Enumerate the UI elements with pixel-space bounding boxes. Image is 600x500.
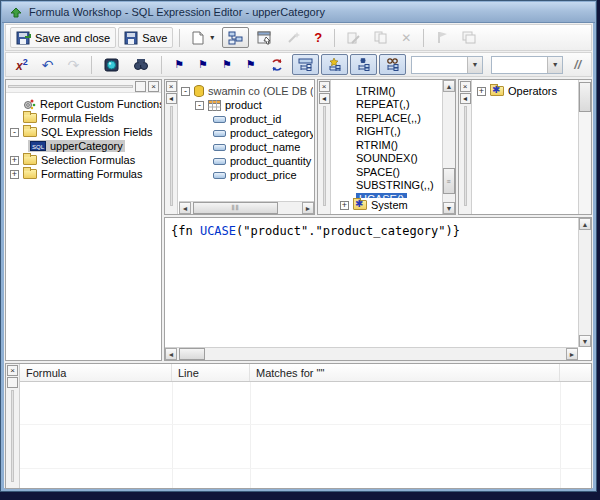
tree-item-sql-expression-fields[interactable]: - SQL Expression Fields	[10, 125, 161, 139]
bookmark-next-button[interactable]: ⚑	[192, 54, 214, 75]
expand-expander[interactable]: +	[10, 170, 19, 179]
undo-button[interactable]: ↶	[36, 54, 60, 75]
help-button[interactable]: ?	[308, 27, 328, 48]
close-icon[interactable]: ×	[7, 365, 18, 376]
close-icon[interactable]: ×	[148, 81, 159, 92]
save-and-close-button[interactable]: Save and close	[10, 27, 116, 48]
redo-button[interactable]: ↷	[61, 54, 85, 75]
editor-vscrollbar[interactable]: ▲ ▼	[578, 218, 591, 347]
collapse-expander[interactable]: -	[10, 128, 19, 137]
find-button[interactable]	[127, 54, 155, 75]
browse-data-button[interactable]	[98, 54, 125, 75]
collapse-left-icon[interactable]: ◂	[166, 93, 177, 104]
tree-item-report-custom-functions[interactable]: Report Custom Functions	[10, 97, 161, 111]
toggle-workshop-tree-button[interactable]	[379, 54, 406, 75]
scroll-thumb[interactable]: ≡	[443, 168, 455, 194]
duplicate-button[interactable]	[368, 27, 393, 48]
properties-button[interactable]	[251, 27, 278, 48]
expand-expander[interactable]: +	[340, 201, 349, 210]
rename-button[interactable]	[341, 27, 366, 48]
tree-item-field[interactable]: product_price	[181, 168, 313, 182]
field-combo[interactable]: ▼	[411, 56, 483, 74]
splitter-track[interactable]	[8, 85, 133, 88]
toggle-operators-tree-button[interactable]	[350, 54, 377, 75]
wand-button[interactable]	[280, 27, 306, 48]
collapse-button[interactable]	[135, 81, 146, 92]
title-bar[interactable]: Formula Workshop - SQL Expression Editor…	[2, 2, 595, 23]
column-header-matches[interactable]: Matches for ""	[250, 364, 560, 381]
scroll-left-icon[interactable]: ◄	[179, 202, 191, 214]
check-formula-button[interactable]: x2	[10, 54, 34, 75]
column-header-formula[interactable]: Formula	[20, 364, 172, 381]
collapse-expander[interactable]: -	[195, 101, 204, 110]
formula-editor[interactable]: {fn UCASE("product"."product_category")}…	[164, 217, 592, 361]
chevron-down-icon[interactable]: ▼	[547, 57, 562, 73]
splitter-handle[interactable]	[464, 106, 467, 206]
tree-item-table-product[interactable]: - product	[181, 98, 313, 112]
expand-expander[interactable]: +	[10, 156, 19, 165]
tree-item-formatting-formulas[interactable]: + Formatting Formulas	[10, 167, 161, 181]
scroll-left-icon[interactable]: ◄	[165, 348, 177, 360]
close-icon[interactable]: ×	[319, 81, 330, 92]
delete-button[interactable]: ✕	[395, 27, 417, 48]
expand-expander[interactable]: +	[477, 87, 486, 96]
function-item[interactable]: LTRIM()	[356, 84, 441, 98]
editor-hscrollbar[interactable]: ◄ ►	[165, 347, 578, 360]
function-item[interactable]: SPACE()	[356, 165, 441, 179]
tree-item-uppercategory[interactable]: SQL upperCategory	[10, 139, 161, 153]
save-button[interactable]: Save	[118, 27, 173, 48]
chevron-down-icon[interactable]: ▼	[467, 57, 482, 73]
collapse-expander[interactable]: -	[181, 87, 190, 96]
close-icon[interactable]: ×	[460, 81, 471, 92]
scroll-down-icon[interactable]: ▼	[443, 202, 455, 214]
function-combo[interactable]: ▼	[491, 56, 563, 74]
tree-item-field[interactable]: product_category	[181, 126, 313, 140]
scroll-up-icon[interactable]: ▲	[579, 218, 591, 230]
toggle-expert-button[interactable]	[222, 27, 249, 48]
operators-vscrollbar[interactable]	[578, 80, 591, 214]
scroll-up-icon[interactable]: ▲	[443, 80, 455, 92]
function-item[interactable]: SUBSTRING(,,)	[356, 179, 441, 193]
function-item[interactable]: REPLACE(,,)	[356, 111, 441, 125]
tree-item-field[interactable]: product_quantity	[181, 154, 313, 168]
new-dropdown-icon[interactable]: ▾	[210, 33, 214, 42]
sort-trees-button[interactable]	[264, 54, 290, 75]
tree-item-field[interactable]: product_name	[181, 140, 313, 154]
comment-button[interactable]: //	[568, 54, 587, 75]
tree-item-selection-formulas[interactable]: + Selection Formulas	[10, 153, 161, 167]
collapse-left-icon[interactable]: ◂	[319, 93, 330, 104]
functions-vscrollbar[interactable]: ▲ ≡ ▼	[442, 80, 455, 214]
scroll-right-icon[interactable]: ►	[566, 348, 578, 360]
bookmark-clear-button[interactable]: ⚑	[240, 54, 262, 75]
new-button[interactable]: ▾	[186, 27, 220, 48]
scroll-thumb[interactable]	[179, 348, 205, 360]
bookmark-prev-button[interactable]: ⚑	[216, 54, 238, 75]
tree-item-system[interactable]: + System	[340, 198, 408, 212]
formula-text[interactable]: {fn UCASE("product"."product_category")}	[171, 224, 460, 238]
splitter-handle[interactable]	[323, 106, 326, 206]
scroll-right-icon[interactable]: ►	[302, 202, 314, 214]
scroll-down-icon[interactable]: ▼	[579, 335, 591, 347]
tree-item-field[interactable]: product_id	[181, 112, 313, 126]
fields-hscrollbar[interactable]: ◄ ⦀⦀ ►	[179, 201, 314, 214]
splitter-handle[interactable]	[170, 106, 173, 206]
collapse-left-icon[interactable]: ◂	[460, 93, 471, 104]
scroll-thumb[interactable]	[579, 82, 591, 112]
column-header-line[interactable]: Line	[172, 364, 250, 381]
toggle-functions-tree-button[interactable]	[321, 54, 348, 75]
splitter-handle[interactable]	[11, 390, 14, 482]
tree-item-database[interactable]: - swamin co (OLE DB (ADC	[181, 84, 313, 98]
tree-item-operators[interactable]: + Operators	[477, 84, 557, 98]
bookmark-toggle-button[interactable]: ⚑	[168, 54, 190, 75]
flag-button[interactable]	[430, 27, 454, 48]
function-item[interactable]: REPEAT(,)	[356, 98, 441, 112]
collapse-icon[interactable]	[7, 377, 18, 388]
function-item[interactable]: SOUNDEX()	[356, 152, 441, 166]
tree-item-formula-fields[interactable]: Formula Fields	[10, 111, 161, 125]
toggle-fields-tree-button[interactable]	[292, 54, 319, 75]
scroll-thumb[interactable]: ⦀⦀	[193, 202, 278, 214]
function-item[interactable]: RIGHT(,)	[356, 125, 441, 139]
windows-button[interactable]	[456, 27, 482, 48]
function-item[interactable]: RTRIM()	[356, 138, 441, 152]
close-icon[interactable]: ×	[166, 81, 177, 92]
